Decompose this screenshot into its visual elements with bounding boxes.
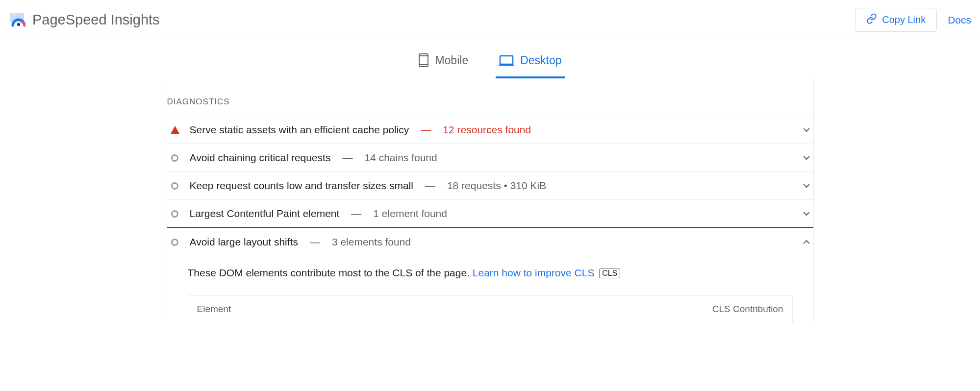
audit-title: Avoid large layout shifts [190, 236, 298, 248]
device-tabs: Mobile Desktop [0, 40, 980, 78]
audit-detail: 1 element found [373, 208, 447, 220]
svg-point-3 [17, 23, 20, 26]
cls-table: Element CLS Contribution [188, 295, 793, 322]
svg-point-1 [12, 14, 14, 15]
info-circle-icon [170, 182, 180, 190]
audit-detail: 12 resources found [443, 124, 531, 136]
separator: — [423, 180, 437, 192]
chevron-up-icon [803, 238, 810, 246]
learn-cls-link[interactable]: Learn how to improve CLS [473, 267, 595, 278]
desktop-icon [499, 54, 514, 66]
tab-mobile-label: Mobile [435, 54, 468, 67]
diagnostic-row[interactable]: Serve static assets with an efficient ca… [167, 116, 813, 144]
col-element: Element [197, 304, 231, 315]
audit-title: Keep request counts low and transfer siz… [190, 180, 413, 192]
brand: PageSpeed Insights [9, 11, 160, 29]
cls-description: These DOM elements contribute most to th… [188, 267, 793, 279]
diagnostic-expanded-body: These DOM elements contribute most to th… [167, 256, 813, 322]
topbar: PageSpeed Insights Copy Link Docs [0, 0, 980, 40]
separator: — [308, 236, 322, 248]
fail-triangle-icon [170, 126, 180, 134]
diagnostic-row[interactable]: Largest Contentful Paint element — 1 ele… [167, 199, 813, 228]
audit-detail: 14 chains found [364, 152, 437, 164]
audit-detail: 3 elements found [332, 236, 411, 248]
audit-detail: 18 requests • 310 KiB [447, 180, 546, 192]
col-cls-contribution: CLS Contribution [712, 304, 783, 315]
tab-desktop[interactable]: Desktop [496, 49, 564, 78]
audit-title: Avoid chaining critical requests [190, 152, 331, 164]
cls-table-header: Element CLS Contribution [188, 296, 792, 322]
docs-link[interactable]: Docs [948, 14, 971, 26]
diagnostic-row[interactable]: Keep request counts low and transfer siz… [167, 171, 813, 199]
audit-title: Serve static assets with an efficient ca… [190, 124, 409, 136]
topbar-actions: Copy Link Docs [855, 8, 971, 32]
page-title: PageSpeed Insights [32, 12, 160, 28]
diagnostics-section: DIAGNOSTICS Serve static assets with an … [167, 78, 814, 322]
diagnostics-heading: DIAGNOSTICS [167, 93, 813, 116]
audit-title: Largest Contentful Paint element [190, 208, 340, 220]
svg-rect-7 [500, 56, 513, 64]
link-icon [866, 13, 877, 26]
info-circle-icon [170, 210, 180, 218]
info-circle-icon [170, 154, 180, 162]
separator: — [349, 208, 363, 220]
copy-link-label: Copy Link [882, 14, 926, 25]
copy-link-button[interactable]: Copy Link [855, 8, 937, 32]
info-circle-icon [170, 239, 180, 246]
chevron-down-icon [803, 209, 810, 218]
chevron-down-icon [803, 125, 810, 134]
tab-desktop-label: Desktop [520, 54, 561, 67]
chevron-down-icon [803, 153, 810, 162]
tab-mobile[interactable]: Mobile [415, 49, 471, 78]
svg-point-2 [14, 14, 16, 15]
separator: — [419, 124, 433, 136]
cls-description-text: These DOM elements contribute most to th… [188, 267, 473, 278]
mobile-icon [418, 53, 429, 68]
separator: — [340, 152, 354, 164]
pagespeed-logo-icon [9, 11, 25, 29]
diagnostic-row[interactable]: Avoid chaining critical requests — 14 ch… [167, 144, 813, 171]
cls-badge: CLS [599, 269, 620, 278]
diagnostic-row-expanded[interactable]: Avoid large layout shifts — 3 elements f… [167, 228, 813, 256]
chevron-down-icon [803, 181, 810, 190]
